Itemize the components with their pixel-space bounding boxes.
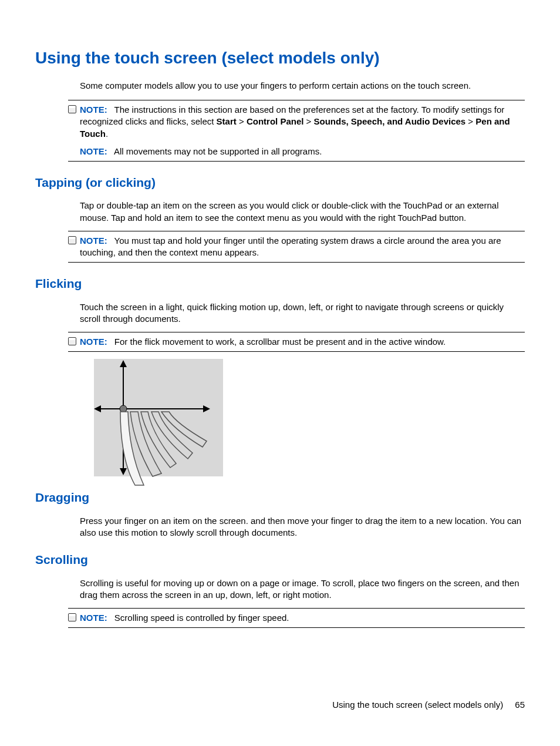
- note-label: NOTE:: [80, 105, 107, 115]
- heading-tapping: Tapping (or clicking): [35, 174, 525, 191]
- note-tap-hold: NOTE: You must tap and hold your finger …: [68, 231, 525, 263]
- path-start: Start: [217, 116, 237, 126]
- tapping-text: Tap or double-tap an item on the screen …: [80, 200, 525, 224]
- note-text: For the flick movement to work, a scroll…: [114, 337, 446, 347]
- scrolling-text: Scrolling is useful for moving up or dow…: [80, 577, 525, 601]
- flick-illustration: [94, 359, 223, 476]
- note-text: All movements may not be supported in al…: [114, 146, 322, 156]
- note-factory-preferences: NOTE: The instructions in this section a…: [68, 100, 525, 162]
- svg-marker-3: [120, 468, 127, 475]
- heading-scrolling: Scrolling: [35, 552, 525, 568]
- page-footer: Using the touch screen (select models on…: [332, 699, 525, 711]
- page-number: 65: [515, 700, 525, 710]
- note-label: NOTE:: [80, 337, 107, 347]
- footer-title: Using the touch screen (select models on…: [332, 700, 503, 710]
- dragging-text: Press your finger on an item on the scre…: [80, 515, 525, 539]
- note-scroll-speed: NOTE: Scrolling speed is controlled by f…: [68, 608, 525, 628]
- note-text: You must tap and hold your finger until …: [80, 236, 501, 257]
- flicking-text: Touch the screen in a light, quick flick…: [80, 301, 525, 325]
- page-title: Using the touch screen (select models on…: [35, 47, 525, 69]
- heading-dragging: Dragging: [35, 489, 525, 506]
- note-flick-scrollbar: NOTE: For the flick movement to work, a …: [68, 332, 525, 352]
- heading-flicking: Flicking: [35, 275, 525, 292]
- note-text: Scrolling speed is controlled by finger …: [114, 613, 289, 623]
- note-label: NOTE:: [80, 236, 107, 246]
- svg-point-7: [120, 405, 127, 412]
- path-sounds: Sounds, Speech, and Audio Devices: [314, 116, 466, 126]
- intro-text: Some computer models allow you to use yo…: [80, 80, 525, 92]
- path-control-panel: Control Panel: [247, 116, 304, 126]
- note-label: NOTE:: [80, 613, 107, 623]
- note-label: NOTE:: [80, 146, 107, 156]
